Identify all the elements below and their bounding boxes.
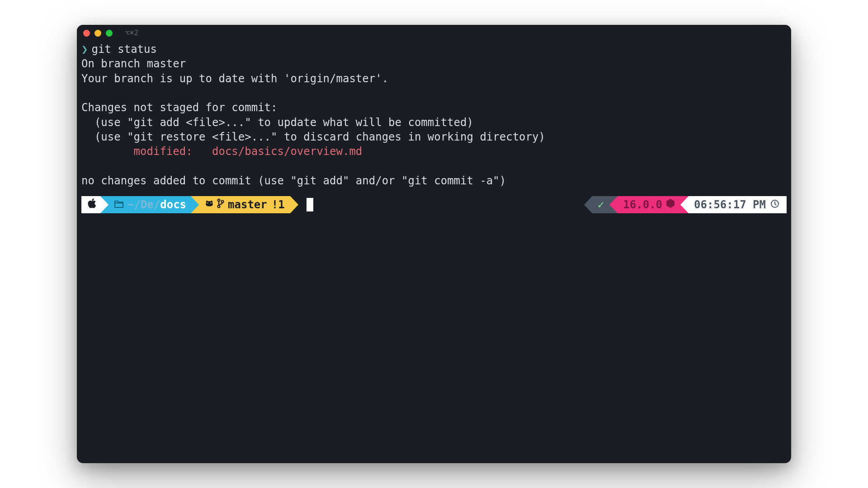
- path-segment: ~/De/docs: [108, 196, 191, 213]
- modified-label: modified:: [81, 145, 212, 158]
- output-branch: On branch master: [81, 56, 787, 71]
- segment-separator: [191, 196, 199, 213]
- git-segment: master !1: [199, 196, 290, 213]
- zoom-button[interactable]: [106, 30, 113, 37]
- cursor[interactable]: [307, 198, 313, 211]
- folder-icon: [114, 196, 124, 213]
- minimize-button[interactable]: [94, 30, 101, 37]
- time-text: 06:56:17 PM: [694, 196, 766, 213]
- apple-icon: [88, 196, 96, 213]
- path-mid: De/: [141, 196, 160, 213]
- window-title: ⌥⌘2: [125, 29, 139, 37]
- path-dir: docs: [160, 196, 186, 213]
- svg-point-1: [211, 202, 212, 203]
- node-icon: [666, 196, 675, 213]
- prompt-symbol: ❯: [81, 42, 88, 56]
- powerline-right: ✓ 16.0.0 06:56:17 PM: [584, 196, 787, 213]
- clock-icon: [770, 196, 779, 213]
- segment-separator: [290, 196, 298, 213]
- segment-separator: [584, 196, 592, 213]
- github-icon: [204, 196, 214, 213]
- segment-separator: [680, 196, 689, 213]
- titlebar: ⌥⌘2: [77, 25, 791, 41]
- svg-point-0: [207, 202, 208, 203]
- path-prefix: ~/: [127, 196, 141, 213]
- modified-file: docs/basics/overview.md: [212, 145, 362, 158]
- branch-name: master: [228, 196, 267, 213]
- segment-separator: [100, 196, 108, 213]
- status-segment: ✓: [592, 196, 609, 213]
- command-text: git status: [91, 42, 157, 56]
- prompt-line: ❯ git status: [81, 42, 787, 56]
- svg-point-3: [218, 206, 220, 208]
- output-hint-add: (use "git add <file>..." to update what …: [81, 115, 787, 130]
- blank-line: [81, 159, 787, 174]
- terminal-body[interactable]: ❯ git status On branch master Your branc…: [77, 41, 791, 463]
- output-hint-restore: (use "git restore <file>..." to discard …: [81, 130, 787, 144]
- check-icon: ✓: [598, 196, 604, 213]
- output-modified-row: modified: docs/basics/overview.md: [81, 144, 787, 159]
- node-segment: 16.0.0: [618, 196, 680, 213]
- segment-separator: [609, 196, 618, 213]
- powerline-left: ~/De/docs: [81, 196, 313, 213]
- git-dirty-count: !1: [272, 196, 285, 213]
- powerline-prompt: ~/De/docs: [81, 196, 787, 213]
- traffic-lights: [83, 30, 113, 37]
- os-segment: [81, 196, 100, 213]
- time-segment: 06:56:17 PM: [689, 196, 787, 213]
- svg-point-4: [222, 201, 224, 203]
- svg-point-2: [218, 199, 220, 202]
- blank-line: [81, 86, 787, 100]
- output-changes-header: Changes not staged for commit:: [81, 100, 787, 115]
- output-upstream: Your branch is up to date with 'origin/m…: [81, 71, 787, 86]
- close-button[interactable]: [83, 30, 90, 37]
- output-footer: no changes added to commit (use "git add…: [81, 174, 787, 188]
- branch-icon: [217, 196, 224, 213]
- terminal-window: ⌥⌘2 ❯ git status On branch master Your b…: [77, 25, 791, 463]
- node-version: 16.0.0: [623, 196, 662, 213]
